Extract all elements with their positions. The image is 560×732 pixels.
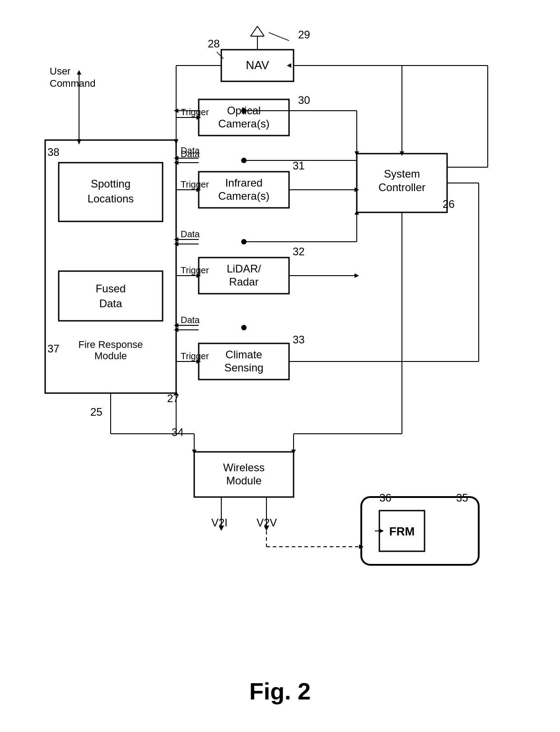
svg-rect-25 [59,271,163,321]
trigger-label-1: Trigger [181,107,209,117]
svg-text:Controller: Controller [378,181,425,193]
svg-text:Locations: Locations [88,192,134,205]
ref-32: 32 [293,245,305,258]
ref-28: 28 [208,38,220,50]
user-command-label2: Command [50,78,95,89]
ref-27: 27 [167,392,179,404]
ref-30: 30 [298,94,310,106]
svg-text:Sensing: Sensing [224,361,264,374]
svg-text:Camera(s): Camera(s) [218,190,269,202]
svg-line-111 [269,33,289,41]
ref-33: 33 [293,333,305,346]
svg-text:Data: Data [99,297,122,310]
svg-text:NAV: NAV [246,58,269,72]
v2i-label: V2I [211,516,228,529]
svg-text:LiDAR/: LiDAR/ [227,263,261,275]
svg-rect-22 [59,163,163,221]
svg-text:FRM: FRM [389,525,415,538]
user-command-label: User [50,66,70,77]
ref-36: 36 [379,492,392,504]
trigger-label-2: Trigger [181,179,209,189]
svg-text:Wireless: Wireless [223,461,265,474]
ref-29: 29 [298,28,310,41]
svg-text:Spotting: Spotting [91,178,131,190]
svg-line-5 [257,26,264,36]
svg-text:Infrared: Infrared [225,177,263,189]
ref-37: 37 [47,343,60,355]
svg-text:Module: Module [94,350,127,361]
svg-text:Radar: Radar [229,276,258,288]
figure-label: Fig. 2 [249,678,311,705]
svg-text:Fire Response: Fire Response [78,339,143,350]
diagram-container: NAV Optical Camera(s) Infrared Camera(s)… [0,0,560,732]
ref-35: 35 [456,492,468,504]
ref-34: 34 [172,426,184,438]
svg-text:Module: Module [226,474,262,487]
ref-31: 31 [293,160,305,172]
svg-text:Climate: Climate [225,348,262,361]
data-label-3: Data [181,229,200,239]
trigger-label-4: Trigger [181,351,209,361]
data-label-ir: Data [181,149,200,159]
ref-25: 25 [90,406,103,418]
svg-marker-109 [77,70,81,75]
svg-marker-76 [355,273,359,278]
ref-26: 26 [443,198,455,210]
ref-38: 38 [47,146,60,158]
svg-text:System: System [384,168,420,180]
v2v-label: V2V [257,516,277,529]
svg-text:Camera(s): Camera(s) [218,117,269,130]
svg-point-83 [241,325,247,330]
data-label-4: Data [181,315,200,325]
svg-text:Fused: Fused [96,282,126,295]
svg-line-4 [251,26,257,36]
trigger-label-3: Trigger [181,265,209,275]
